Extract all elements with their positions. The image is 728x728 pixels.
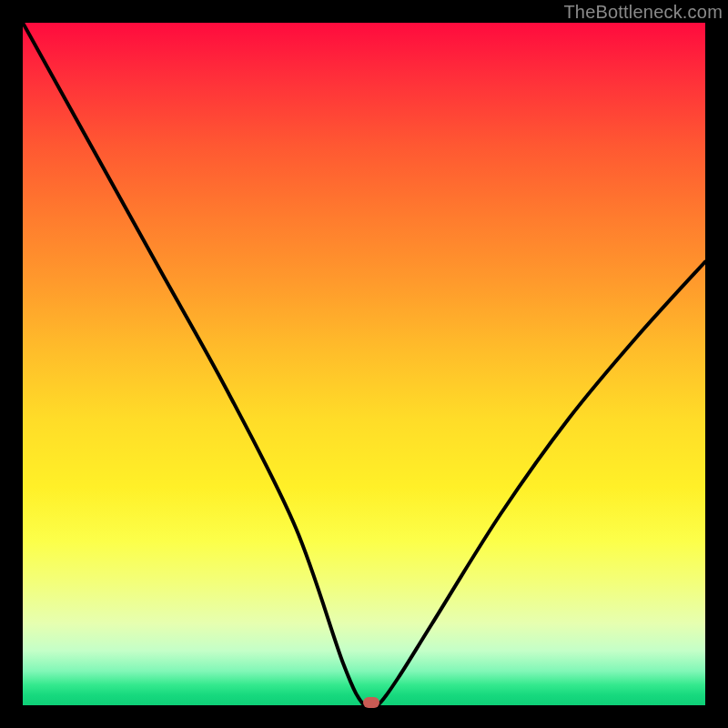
watermark-text: TheBottleneck.com — [563, 2, 723, 23]
optimum-marker — [363, 697, 379, 708]
bottleneck-curve — [23, 23, 705, 705]
plot-area — [23, 23, 705, 705]
chart-frame: TheBottleneck.com — [0, 0, 728, 728]
